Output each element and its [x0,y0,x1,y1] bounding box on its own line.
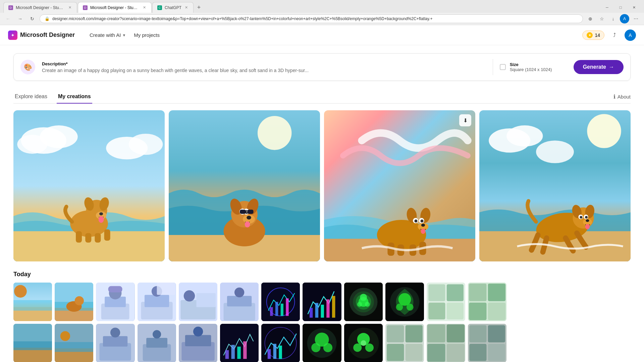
svg-point-49 [421,229,426,234]
svg-rect-154 [231,345,234,359]
thumb-green-logo-1[interactable] [344,283,383,321]
svg-point-139 [60,331,70,341]
description-text: Create an image of a happy dog playing o… [42,68,486,73]
settings-button[interactable]: ⋯ [631,14,641,23]
svg-point-65 [586,219,589,222]
tab-1-favicon: D [8,5,13,10]
tab-2[interactable]: D Microsoft Designer - Stunning ✕ [78,2,152,13]
thumb-beach-3[interactable] [13,324,52,362]
thumb-beach-1[interactable] [13,283,52,321]
thumb-beach-4[interactable] [55,324,93,362]
brand[interactable]: ✦ Microsoft Designer [8,31,75,40]
svg-point-47 [414,220,417,223]
address-bar-row: ← → ↻ 🔒 designer.microsoft.com/image-cre… [0,13,644,25]
thumb-neon-2[interactable] [303,283,341,321]
svg-point-79 [75,296,84,305]
address-bar[interactable]: 🔒 designer.microsoft.com/image-creator?s… [40,14,583,23]
main-image-2[interactable] [169,110,320,261]
svg-rect-127 [447,303,464,319]
svg-rect-34 [240,210,246,214]
thumb-office-2[interactable] [138,283,176,321]
new-tab-button[interactable]: + [194,3,204,12]
profile-button[interactable]: A [620,14,629,23]
generate-button[interactable]: Generate → [574,60,624,74]
svg-point-151 [193,327,203,337]
back-button[interactable]: ← [3,14,13,23]
tab-explore-ideas[interactable]: Explore ideas [13,90,49,104]
create-dropdown-arrow: ▼ [122,33,126,37]
svg-rect-156 [243,342,247,359]
svg-rect-103 [286,298,288,316]
main-content: 🎨 Description* Create an image of a happ… [0,45,644,362]
size-checkbox[interactable] [500,64,506,70]
my-projects-nav[interactable]: My projects [130,29,164,41]
thumb-green-logo-3[interactable] [303,324,341,362]
thumb-neon-dark-1[interactable] [220,324,259,362]
svg-rect-131 [469,303,486,320]
thumb-green-logo-4[interactable] [344,324,383,362]
thumb-extra[interactable] [468,324,506,362]
generate-arrow-icon: → [609,64,614,70]
svg-rect-130 [488,284,505,301]
main-image-4[interactable] [479,110,631,261]
svg-rect-180 [447,324,465,342]
tab-bar: D Microsoft Designer - Stunning ✕ D Micr… [0,0,644,13]
tab-1[interactable]: D Microsoft Designer - Stunning ✕ [3,2,77,13]
thumb-office-6[interactable] [138,324,176,362]
thumb-green-logo-2[interactable] [385,283,424,321]
coins-count: 14 [595,33,600,38]
svg-rect-73 [13,300,52,310]
close-button[interactable]: ✕ [627,3,641,12]
favorites-button[interactable]: ☆ [597,14,606,23]
tab-2-close[interactable]: ✕ [142,5,147,10]
thumb-collage-2[interactable] [468,283,506,321]
svg-rect-108 [327,299,330,317]
svg-point-74 [14,285,27,298]
thumb-office-3[interactable] [179,283,217,321]
thumb-neon-dark-2[interactable] [261,324,300,362]
svg-point-147 [153,330,161,339]
thumb-office-7[interactable] [179,324,217,362]
svg-rect-15 [85,233,91,242]
svg-rect-186 [469,344,486,361]
minimize-button[interactable]: ─ [600,3,614,12]
size-section: Size Square (1024 x 1024) [500,62,567,72]
svg-rect-155 [237,347,240,359]
explore-ideas-label: Explore ideas [15,94,47,99]
maximize-button[interactable]: □ [614,3,627,12]
svg-rect-126 [428,303,445,319]
thumb-neon-1[interactable] [261,283,300,321]
forward-button[interactable]: → [15,14,25,23]
svg-point-57 [506,125,543,146]
svg-rect-16 [95,233,101,242]
thumb-collage-3[interactable] [385,324,424,362]
thumb-office-4[interactable] [220,283,259,321]
thumb-beach-2[interactable] [55,283,93,321]
user-avatar[interactable]: A [625,29,636,41]
share-button[interactable]: ⤴ [608,29,621,41]
download-button[interactable]: ⬇ [459,114,471,126]
tab-3-title: ChatGPT [165,5,181,10]
svg-rect-96 [227,296,252,306]
svg-rect-187 [488,344,505,361]
downloads-button[interactable]: ↓ [608,14,618,23]
svg-point-115 [360,294,367,301]
svg-rect-107 [321,305,324,318]
tab-my-creations[interactable]: My creations [57,90,92,104]
create-with-ai-nav[interactable]: Create with AI ▼ [86,29,130,41]
reload-button[interactable]: ↻ [28,14,37,23]
main-image-1[interactable] [13,110,165,261]
main-image-3[interactable]: ⬇ [324,110,475,261]
about-section[interactable]: ℹ About [613,94,631,100]
tab-3[interactable]: C ChatGPT ✕ [152,2,194,13]
brand-logo-icon: ✦ [8,31,17,40]
thumb-collage-4[interactable] [427,324,465,362]
tab-3-close[interactable]: ✕ [184,5,189,10]
thumb-collage-1[interactable] [427,283,465,321]
thumb-office-1[interactable] [96,283,135,321]
extensions-button[interactable]: ⊕ [586,14,595,23]
tab-1-close[interactable]: ✕ [68,5,72,10]
coins-badge[interactable]: ★ 14 [582,31,604,40]
thumb-office-5[interactable] [96,324,135,362]
my-creations-label: My creations [58,94,91,99]
